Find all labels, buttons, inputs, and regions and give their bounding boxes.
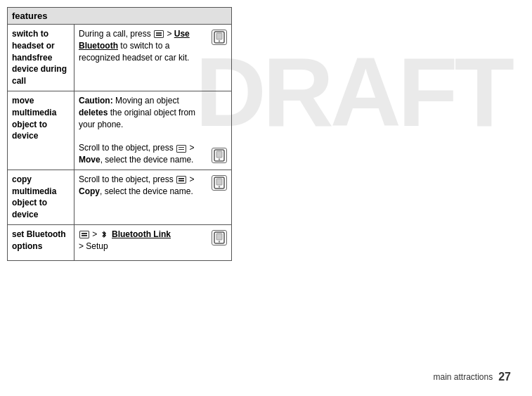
page-footer: main attractions 27 bbox=[434, 371, 512, 383]
feature-desc-bt-options: > Bluetooth Link > Setup bbox=[74, 224, 232, 260]
phone-icon-pos-2 bbox=[212, 148, 227, 163]
svg-point-5 bbox=[219, 158, 220, 160]
feature-name-switch: switch to headset or handsfree device du… bbox=[8, 25, 74, 91]
menu-key-icon-4 bbox=[79, 231, 89, 238]
table-row: copy multimedia object to device Scroll … bbox=[8, 170, 232, 224]
section-label: main attractions bbox=[434, 372, 493, 382]
caution-label: Caution: bbox=[79, 96, 113, 106]
phone-icon-3 bbox=[212, 175, 227, 191]
phone-icon-pos-1 bbox=[212, 30, 227, 45]
table-row: switch to headset or handsfree device du… bbox=[8, 25, 232, 91]
desc-text: During a call, press > Use Bluetooth to … bbox=[79, 29, 190, 63]
svg-point-8 bbox=[219, 186, 220, 187]
feature-desc-copy: Scroll to the object, press > Copy, sele… bbox=[74, 170, 232, 224]
svg-rect-4 bbox=[216, 151, 222, 158]
menu-key-icon bbox=[154, 30, 164, 38]
desc-text-copy: Scroll to the object, press > Copy, sele… bbox=[79, 174, 194, 196]
phone-icon-pos-3 bbox=[212, 175, 227, 191]
feature-name-move: move multimedia object to device bbox=[8, 91, 74, 170]
svg-point-11 bbox=[219, 241, 220, 242]
table-header: features bbox=[8, 8, 232, 25]
svg-rect-7 bbox=[216, 179, 222, 185]
phone-icon-4 bbox=[212, 230, 227, 245]
table-row: set Bluetooth options > Bluetooth Link >… bbox=[8, 224, 232, 260]
features-table: features switch to headset or handsfree … bbox=[7, 7, 232, 261]
feature-name-bt-options: set Bluetooth options bbox=[8, 224, 74, 260]
desc-text-move: Caution: Moving an object deletes the or… bbox=[79, 96, 195, 165]
use-bluetooth-label: Use Bluetooth bbox=[79, 29, 190, 51]
phone-icon-pos-4 bbox=[212, 230, 227, 245]
move-label: Move bbox=[79, 155, 100, 165]
feature-name-copy: copy multimedia object to device bbox=[8, 170, 74, 224]
desc-text-bt: > Bluetooth Link > Setup bbox=[79, 229, 171, 251]
menu-key-icon-2 bbox=[176, 145, 186, 153]
svg-rect-10 bbox=[216, 234, 222, 240]
svg-rect-1 bbox=[216, 33, 222, 39]
content-area: features switch to headset or handsfree … bbox=[7, 7, 253, 261]
phone-icon-2 bbox=[212, 148, 227, 163]
bluetooth-link-label: Bluetooth Link bbox=[112, 229, 171, 239]
menu-key-icon-3 bbox=[176, 176, 186, 184]
deletes-label: deletes bbox=[79, 108, 108, 117]
copy-label: Copy bbox=[79, 186, 100, 196]
feature-desc-switch: During a call, press > Use Bluetooth to … bbox=[74, 25, 232, 91]
bluetooth-icon bbox=[100, 231, 108, 239]
phone-icon-1 bbox=[212, 30, 227, 45]
feature-desc-move: Caution: Moving an object deletes the or… bbox=[74, 91, 232, 170]
svg-point-2 bbox=[219, 40, 220, 41]
table-row: move multimedia object to device Caution… bbox=[8, 91, 232, 170]
page-number: 27 bbox=[498, 371, 511, 383]
